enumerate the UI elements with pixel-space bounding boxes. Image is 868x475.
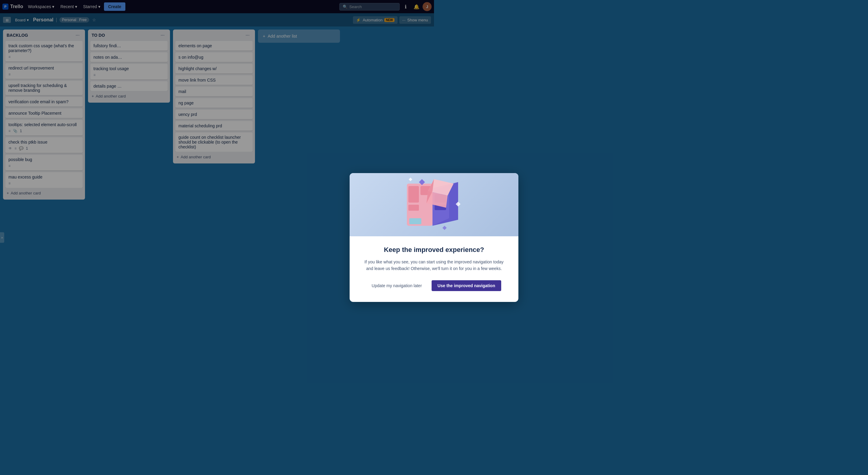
modal-overlay[interactable]: Keep the improved experience? If you lik…	[0, 0, 434, 238]
modal-illustration	[350, 173, 434, 236]
svg-marker-10	[409, 178, 412, 181]
svg-rect-2	[408, 205, 419, 211]
svg-rect-16	[409, 218, 421, 224]
svg-rect-1	[408, 186, 419, 203]
modal-body: Keep the improved experience? If you lik…	[350, 236, 434, 238]
modal-dialog: Keep the improved experience? If you lik…	[350, 173, 434, 238]
